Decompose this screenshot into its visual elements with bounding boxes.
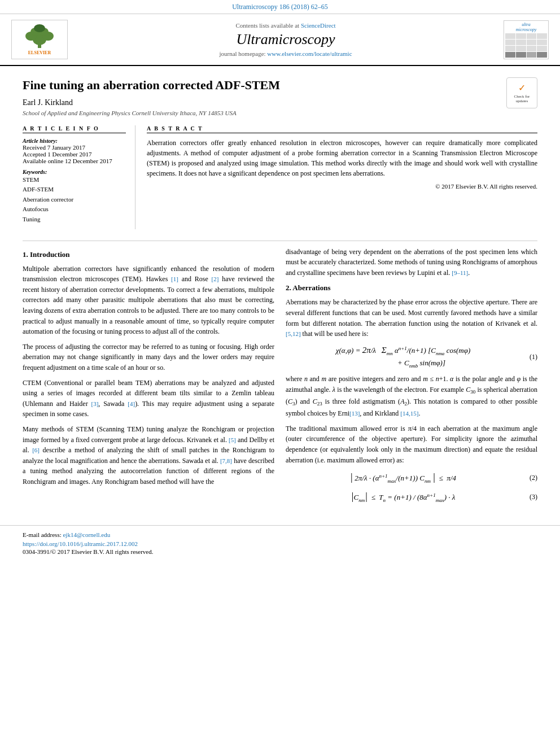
- ref-1-link[interactable]: [1]: [171, 276, 178, 282]
- contents-line: Contents lists available at ScienceDirec…: [68, 22, 504, 29]
- abstract-text: Aberration correctors offer greatly enha…: [147, 138, 537, 178]
- history-label: Article history:: [23, 138, 126, 144]
- aberrations-p2: where n and m are positive integers and …: [286, 374, 537, 419]
- badge-icon: ✓: [518, 82, 526, 93]
- ref-5a-link[interactable]: [5]: [229, 436, 236, 443]
- equation-3-number: (3): [520, 492, 537, 503]
- ref-6-link[interactable]: [6]: [32, 447, 40, 453]
- keyword-adf-stem: ADF-STEM: [23, 185, 126, 195]
- keywords-list: STEM ADF-STEM Aberration corrector Autof…: [23, 175, 126, 225]
- ref-14-link[interactable]: [14,15]: [400, 410, 418, 417]
- keyword-stem: STEM: [23, 175, 126, 185]
- and-word: and: [411, 375, 421, 383]
- check-updates-badge[interactable]: ✓ Check forupdates: [506, 77, 537, 108]
- article-title: Fine tuning an aberration corrected ADF-…: [23, 77, 537, 94]
- right-intro-p1: disadvantage of being very dependent on …: [286, 247, 537, 278]
- body-columns: 1. Introduction Multipole aberration cor…: [23, 247, 537, 508]
- intro-p2: The process of adjusting the corrector m…: [23, 342, 274, 373]
- homepage-line: journal homepage: www.elsevier.com/locat…: [68, 50, 504, 57]
- article-main: ✓ Check forupdates Fine tuning an aberra…: [0, 66, 560, 519]
- equation-1: χ(α,φ) = 2π/λ Σmn αn+1/(n+1) [Cnma cos(m…: [286, 344, 537, 370]
- footer-issn: 0304-3991/© 2017 Elsevier B.V. All right…: [23, 548, 537, 555]
- article-info-label: A R T I C L E I N F O: [23, 125, 126, 133]
- aberrations-p1: Aberrations may be characterized by the …: [286, 297, 537, 339]
- elsevier-text: ELSEVIER: [28, 50, 51, 55]
- ref-13-link[interactable]: [13]: [349, 410, 360, 417]
- intro-p1: Multipole aberration correctors have sig…: [23, 264, 274, 337]
- equation-2-content: | 2π/λ · (αn+1max/(n+1)) Cnm | ≤ π/4: [286, 470, 520, 486]
- elsevier-logo: ELSEVIER: [11, 20, 68, 59]
- keyword-tuning: Tuning: [23, 215, 126, 225]
- footer-doi[interactable]: https://doi.org/10.1016/j.ultramic.2017.…: [23, 540, 537, 547]
- received-date: Received 7 January 2017: [23, 144, 126, 151]
- thumb-title: ultramicroscopy: [505, 22, 547, 32]
- top-bar: Ultramicroscopy 186 (2018) 62–65: [0, 0, 560, 14]
- history-group: Article history: Received 7 January 2017…: [23, 138, 126, 164]
- equation-3: |Cnm| ≤ Tn = (n+1) / (8αn+1max) · λ (3): [286, 489, 537, 505]
- copyright-line: © 2017 Elsevier B.V. All rights reserved…: [147, 183, 537, 190]
- ref-2-link[interactable]: [2]: [212, 276, 219, 282]
- keywords-group: Keywords: STEM ADF-STEM Aberration corre…: [23, 169, 126, 225]
- available-date: Available online 12 December 2017: [23, 158, 126, 164]
- keywords-label: Keywords:: [23, 169, 126, 175]
- equation-1-content: χ(α,φ) = 2π/λ Σmn αn+1/(n+1) [Cnma cos(m…: [286, 344, 520, 370]
- intro-p4: Many methods of STEM (Scanning TEM) tuni…: [23, 424, 274, 487]
- intro-p3: CTEM (Conventional or parallel beam TEM)…: [23, 378, 274, 420]
- accepted-date: Accepted 1 December 2017: [23, 151, 126, 158]
- ref-5b-link[interactable]: [5,12]: [286, 330, 301, 337]
- abstract-label: A B S T R A C T: [147, 125, 537, 133]
- equation-1-number: (1): [520, 352, 537, 362]
- homepage-link[interactable]: www.elsevier.com/locate/ultramic: [267, 50, 352, 57]
- right-column: disadvantage of being very dependent on …: [286, 247, 537, 508]
- article-info-column: A R T I C L E I N F O Article history: R…: [23, 125, 135, 229]
- affiliation: School of Applied and Engineering Physic…: [23, 110, 537, 116]
- keyword-autofocus: Autofocus: [23, 204, 126, 215]
- check-updates-text: Check forupdates: [514, 94, 530, 103]
- section-divider: [23, 241, 537, 241]
- footer-email: E-mail address: ejk14@cornell.edu: [23, 531, 537, 538]
- journal-header: ELSEVIER Contents lists available at Sci…: [0, 14, 560, 66]
- ref-9-link[interactable]: [9–11]: [452, 269, 468, 276]
- ref-7-link[interactable]: [7,8]: [220, 457, 232, 464]
- sciencedirect-link[interactable]: ScienceDirect: [301, 22, 336, 29]
- aberrations-p3: The traditional maximum allowed error is…: [286, 423, 537, 465]
- ref-4-link[interactable]: [4]: [128, 400, 135, 407]
- aberrations-heading: 2. Aberrations: [286, 282, 537, 294]
- email-link[interactable]: ejk14@cornell.edu: [63, 531, 110, 538]
- journal-ref-link[interactable]: Ultramicroscopy 186 (2018) 62–65: [232, 3, 328, 11]
- journal-thumbnail: ultramicroscopy: [504, 20, 549, 59]
- thumb-grid: [505, 33, 547, 58]
- keyword-aberration: Aberration corrector: [23, 195, 126, 205]
- article-info-abstract-row: A R T I C L E I N F O Article history: R…: [23, 125, 537, 229]
- left-column: 1. Introduction Multipole aberration cor…: [23, 247, 274, 508]
- author-name: Earl J. Kirkland: [23, 98, 537, 107]
- equation-3-content: |Cnm| ≤ Tn = (n+1) / (8αn+1max) · λ: [286, 489, 520, 505]
- equation-2: | 2π/λ · (αn+1max/(n+1)) Cnm | ≤ π/4 (2): [286, 470, 537, 486]
- journal-name: Ultramicroscopy: [68, 31, 504, 48]
- article-footer: E-mail address: ejk14@cornell.edu https:…: [0, 525, 560, 561]
- intro-heading: 1. Introduction: [23, 249, 274, 260]
- equation-2-number: (2): [520, 473, 537, 483]
- abstract-column: A B S T R A C T Aberration correctors of…: [147, 125, 537, 229]
- journal-center: Contents lists available at ScienceDirec…: [68, 22, 504, 57]
- svg-point-6: [34, 24, 45, 32]
- ref-3-link[interactable]: [3]: [91, 400, 98, 407]
